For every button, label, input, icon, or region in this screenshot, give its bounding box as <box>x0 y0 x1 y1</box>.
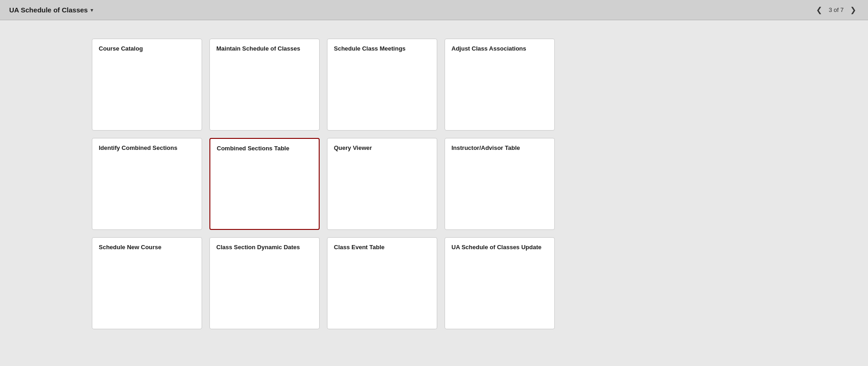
tile-row-2: Schedule New CourseClass Section Dynamic… <box>92 237 776 329</box>
tile-row-0: Course CatalogMaintain Schedule of Class… <box>92 39 776 131</box>
tile-instructor-advisor-table[interactable]: Instructor/Advisor Table <box>445 138 555 230</box>
next-page-button[interactable]: ❯ <box>847 5 859 15</box>
dropdown-icon[interactable]: ▾ <box>90 7 93 13</box>
tile-adjust-class-associations[interactable]: Adjust Class Associations <box>445 39 555 131</box>
tile-maintain-schedule[interactable]: Maintain Schedule of Classes <box>209 39 320 131</box>
tile-class-section-dynamic-dates[interactable]: Class Section Dynamic Dates <box>209 237 320 329</box>
app-title-area: UA Schedule of Classes ▾ <box>9 6 93 14</box>
tile-label-maintain-schedule: Maintain Schedule of Classes <box>216 45 300 53</box>
tile-identify-combined-sections[interactable]: Identify Combined Sections <box>92 138 202 230</box>
tile-label-schedule-new-course: Schedule New Course <box>99 243 162 252</box>
tile-ua-schedule-update[interactable]: UA Schedule of Classes Update <box>445 237 555 329</box>
pagination-area: ❮ 3 of 7 ❯ <box>813 5 859 15</box>
main-content: Course CatalogMaintain Schedule of Class… <box>0 20 868 348</box>
tile-label-ua-schedule-update: UA Schedule of Classes Update <box>451 243 541 252</box>
tile-label-course-catalog: Course Catalog <box>99 45 143 53</box>
tile-label-instructor-advisor-table: Instructor/Advisor Table <box>451 144 520 152</box>
tile-label-identify-combined-sections: Identify Combined Sections <box>99 144 177 152</box>
pagination-text: 3 of 7 <box>829 6 844 13</box>
tile-label-adjust-class-associations: Adjust Class Associations <box>451 45 526 53</box>
tile-schedule-class-meetings[interactable]: Schedule Class Meetings <box>327 39 437 131</box>
tile-class-event-table[interactable]: Class Event Table <box>327 237 437 329</box>
tile-label-schedule-class-meetings: Schedule Class Meetings <box>334 45 406 53</box>
tile-label-class-section-dynamic-dates: Class Section Dynamic Dates <box>216 243 300 252</box>
prev-page-button[interactable]: ❮ <box>813 5 825 15</box>
tile-combined-sections-table[interactable]: Combined Sections Table <box>209 138 320 230</box>
tile-label-class-event-table: Class Event Table <box>334 243 384 252</box>
tile-label-query-viewer: Query Viewer <box>334 144 372 152</box>
tile-schedule-new-course[interactable]: Schedule New Course <box>92 237 202 329</box>
app-header: UA Schedule of Classes ▾ ❮ 3 of 7 ❯ <box>0 0 868 20</box>
tile-row-1: Identify Combined SectionsCombined Secti… <box>92 138 776 230</box>
tile-query-viewer[interactable]: Query Viewer <box>327 138 437 230</box>
app-title: UA Schedule of Classes <box>9 6 88 14</box>
tile-label-combined-sections-table: Combined Sections Table <box>217 144 289 153</box>
tile-course-catalog[interactable]: Course Catalog <box>92 39 202 131</box>
